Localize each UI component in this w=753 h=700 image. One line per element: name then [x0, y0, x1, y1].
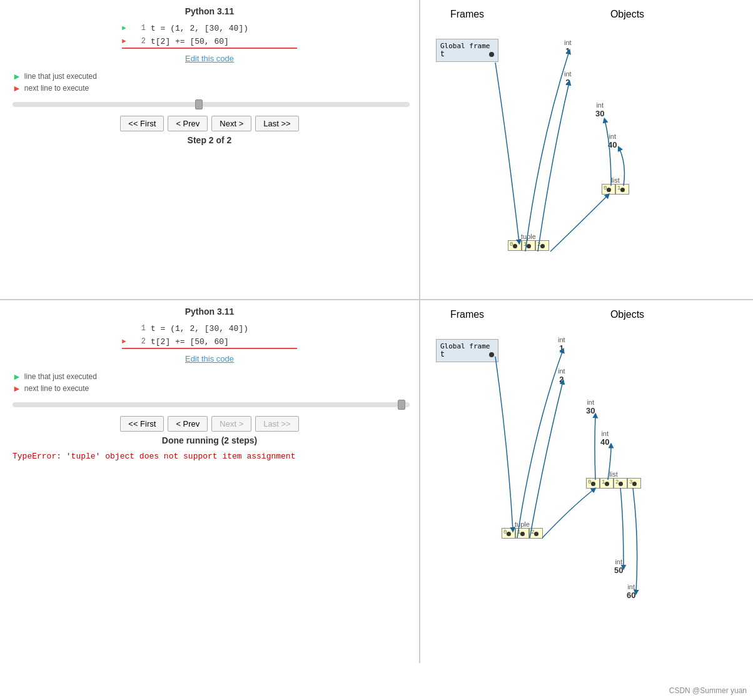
int40-value-2: 40: [600, 437, 609, 447]
objects-title-1: Objects: [508, 9, 747, 20]
global-frame-box-2: Global frame t: [436, 339, 498, 362]
step-text-2: Done running (2 steps): [13, 435, 407, 445]
int60-value-2: 60: [627, 591, 635, 600]
edit-link-1[interactable]: Edit this code: [13, 53, 407, 64]
code-line-2-2: ► 2 t[2] += [50, 60]: [122, 335, 297, 349]
last-btn-1[interactable]: Last >>: [255, 116, 298, 131]
tuple-dot-0-2: [507, 532, 511, 536]
fo-header-2: Frames Objects: [427, 307, 747, 320]
code-area-1: ► 1 t = (1, 2, [30, 40]) ► 2 t[2] += [50…: [122, 21, 297, 49]
list-dot-0-2: [591, 482, 595, 486]
frame-dot-2: [489, 352, 494, 357]
int60-obj-2: int 60: [627, 583, 635, 600]
legend-red-arrow-2: ►: [13, 383, 21, 393]
list-label-1: list: [602, 176, 629, 184]
legend-red-1: ► next line to execute: [13, 83, 407, 93]
slider-2[interactable]: [13, 402, 407, 407]
tuple-box-2: tuple 0 1 2: [502, 520, 543, 539]
line-num-1-1: 1: [136, 24, 146, 33]
int2-label-2: int: [558, 367, 565, 375]
tuple-cell-1-2: 1: [515, 528, 529, 539]
list-cell-1-1: 1: [615, 184, 629, 195]
slider-thumb-1[interactable]: [195, 99, 203, 109]
tuple-dot-0-1: [513, 244, 517, 248]
last-btn-2[interactable]: Last >>: [255, 416, 298, 432]
next-btn-1[interactable]: Next >: [211, 116, 251, 131]
legend-1: ► line that just executed ► next line to…: [13, 71, 407, 93]
list-box-2: list 0 1 2 3: [586, 470, 641, 489]
legend-red-2: ► next line to execute: [13, 383, 407, 393]
global-frame-label-2: Global frame: [440, 342, 494, 350]
int60-label-2: int: [627, 583, 635, 591]
tuple-cell-2-2: 2: [529, 528, 543, 539]
code-line-1-2: ► 2 t[2] += [50, 60]: [122, 35, 297, 49]
int1-obj-2: int 1: [558, 336, 565, 353]
tuple-dot-1-2: [520, 532, 525, 536]
legend-red-text-1: next line to execute: [24, 84, 89, 93]
first-btn-1[interactable]: << First: [120, 116, 164, 131]
code-line-2-1: ► 1 t = (1, 2, [30, 40]): [122, 322, 297, 335]
tuple-cell-0-2: 0: [502, 528, 515, 539]
left-panel-2: Python 3.11 ► 1 t = (1, 2, [30, 40]) ► 2…: [0, 300, 419, 663]
slider-1[interactable]: [13, 102, 407, 107]
line-num-1-2: 2: [136, 37, 146, 46]
tuple-dot-2-2: [534, 532, 538, 536]
int30-obj-1: int 30: [595, 101, 604, 118]
list-cell-3-2: 3: [627, 478, 641, 489]
tuple-dot-2-1: [540, 244, 545, 248]
tuple-box-1: tuple 0 1 2: [508, 233, 549, 251]
line-code-1-2: t[2] += [50, 60]: [151, 37, 229, 46]
int40-label-2: int: [600, 430, 609, 437]
int50-obj-2: int 50: [614, 558, 623, 575]
prev-btn-2[interactable]: < Prev: [168, 416, 208, 432]
slider-track-2[interactable]: [13, 402, 410, 407]
right-panel-1: Frames Objects Global frame t int 1: [420, 0, 753, 299]
code-area-2: ► 1 t = (1, 2, [30, 40]) ► 2 t[2] += [50…: [122, 322, 297, 349]
int1-value-2: 1: [558, 343, 565, 353]
list-cells-1: 0 1: [602, 184, 629, 195]
int30-label-2: int: [586, 398, 595, 406]
frame-var-1: t: [440, 50, 445, 59]
code-line-1-1: ► 1 t = (1, 2, [30, 40]): [122, 21, 297, 35]
legend-green-1: ► line that just executed: [13, 71, 407, 81]
next-btn-2[interactable]: Next >: [211, 416, 251, 432]
edit-link-anchor-1[interactable]: Edit this code: [185, 54, 234, 63]
tuple-cells-1: 0 1 2: [508, 240, 549, 251]
int1-value-1: 1: [564, 46, 572, 56]
edit-link-anchor-2[interactable]: Edit this code: [185, 354, 234, 363]
line-code-2-1: t = (1, 2, [30, 40]): [151, 324, 248, 333]
tuple-cell-1-1: 1: [522, 240, 535, 251]
panel-1: Python 3.11 ► 1 t = (1, 2, [30, 40]) ► 2…: [0, 0, 753, 300]
first-btn-2[interactable]: << First: [120, 416, 164, 432]
frames-title-1: Frames: [427, 9, 508, 20]
nav-buttons-2: << First < Prev Next > Last >>: [13, 416, 407, 432]
int2-obj-1: int 2: [564, 70, 572, 87]
arrow-none-2: ►: [122, 325, 133, 332]
list-dot-2-2: [619, 482, 623, 486]
list-cell-2-2: 2: [614, 478, 627, 489]
tuple-cell-2-1: 2: [535, 240, 549, 251]
nav-buttons-1: << First < Prev Next > Last >>: [13, 116, 407, 131]
list-cell-0-1: 0: [602, 184, 615, 195]
step-text-1: Step 2 of 2: [13, 135, 407, 145]
arrow-green-1: ►: [122, 24, 133, 32]
fo-header-1: Frames Objects: [427, 6, 747, 20]
slider-track-1[interactable]: [13, 102, 410, 107]
legend-green-arrow-2: ►: [13, 372, 21, 382]
int50-label-2: int: [614, 558, 623, 566]
list-cells-2: 0 1 2 3: [586, 478, 641, 489]
int40-obj-1: int 40: [608, 133, 617, 150]
list-dot-0-1: [607, 188, 611, 192]
int30-label-1: int: [595, 101, 604, 109]
line-num-2-2: 2: [136, 337, 146, 346]
frames-title-2: Frames: [427, 309, 508, 320]
slider-thumb-2[interactable]: [398, 400, 405, 410]
global-frame-2: Global frame t: [433, 339, 498, 362]
int40-label-1: int: [608, 133, 617, 140]
frame-dot-1: [489, 52, 494, 57]
int30-obj-2: int 30: [586, 398, 595, 415]
prev-btn-1[interactable]: < Prev: [168, 116, 208, 131]
int2-obj-2: int 2: [558, 367, 565, 384]
edit-link-2[interactable]: Edit this code: [13, 353, 407, 364]
frame-row-t-1: t: [440, 50, 494, 59]
